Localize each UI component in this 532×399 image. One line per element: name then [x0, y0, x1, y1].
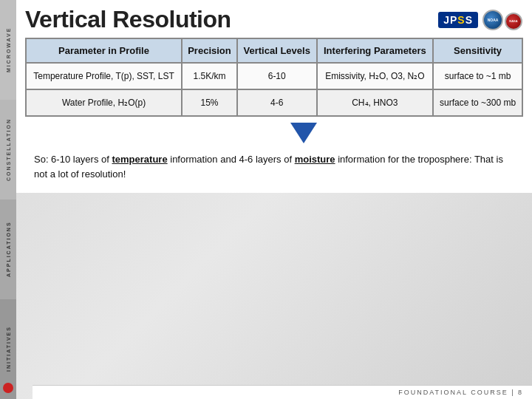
- col-header-parameter: Parameter in Profile: [26, 38, 182, 63]
- side-label-strip: MICROWAVE CONSTELLATION APPLICATIONS INI…: [0, 0, 16, 399]
- logos-area: JPSS NOAA NASA: [438, 7, 523, 33]
- col-header-vertical-levels: Vertical Levels: [237, 38, 317, 63]
- cell-param-2: Water Profile, H₂O(p): [26, 89, 182, 116]
- vertical-resolution-table: Parameter in Profile Precision Vertical …: [25, 38, 523, 117]
- cell-sensitivity-2: surface to ~300 mb: [433, 89, 522, 116]
- main-content: Vertical Resolution JPSS NOAA NASA Param…: [16, 0, 532, 399]
- cell-sensitivity-1: surface to ~1 mb: [433, 63, 522, 89]
- footer-text: FOUNDATIONAL COURSE | 8: [398, 389, 523, 396]
- col-header-precision: Precision: [182, 38, 237, 63]
- page-title: Vertical Resolution: [25, 6, 231, 33]
- down-arrow-icon: [290, 123, 317, 143]
- jpss-logo: JPSS: [438, 12, 478, 28]
- arrow-container: [25, 123, 523, 143]
- red-dot-indicator: [3, 383, 13, 393]
- cell-interfering-1: Emissivity, H₂O, O3, N₂O: [317, 63, 434, 89]
- table-row: Water Profile, H₂O(p) 15% 4-6 CH₄, HNO3 …: [26, 89, 522, 116]
- cell-levels-1: 6-10: [237, 63, 317, 89]
- note-text-before1: So: 6-10 layers of: [34, 154, 112, 165]
- cell-precision-1: 1.5K/km: [182, 63, 237, 89]
- noaa-nasa-logo: NOAA NASA: [482, 7, 523, 33]
- cell-interfering-2: CH₄, HNO3: [317, 89, 434, 116]
- note-text-middle1: information and 4-6 layers of: [168, 154, 295, 165]
- side-label-microwave: MICROWAVE: [0, 0, 16, 100]
- table-header-row: Parameter in Profile Precision Vertical …: [26, 38, 522, 63]
- noaa-icon: NOAA: [482, 10, 503, 30]
- cell-param-1: Temperature Profile, T(p), SST, LST: [26, 63, 182, 89]
- content-area: Parameter in Profile Precision Vertical …: [16, 38, 532, 193]
- bottom-note: So: 6-10 layers of temperature informati…: [25, 149, 523, 187]
- col-header-sensitivity: Sensitivity: [433, 38, 522, 63]
- table-row: Temperature Profile, T(p), SST, LST 1.5K…: [26, 63, 522, 89]
- side-label-constellation: CONSTELLATION: [0, 100, 16, 200]
- col-header-interfering: Interfering Parameters: [317, 38, 434, 63]
- side-label-applications: APPLICATIONS: [0, 200, 16, 299]
- nasa-icon: NASA: [505, 13, 522, 30]
- header: Vertical Resolution JPSS NOAA NASA: [16, 0, 532, 38]
- note-underline2: moisture: [295, 154, 335, 165]
- cell-levels-2: 4-6: [237, 89, 317, 116]
- footer: FOUNDATIONAL COURSE | 8: [33, 385, 532, 399]
- cell-precision-2: 15%: [182, 89, 237, 116]
- note-underline1: temperature: [112, 154, 168, 165]
